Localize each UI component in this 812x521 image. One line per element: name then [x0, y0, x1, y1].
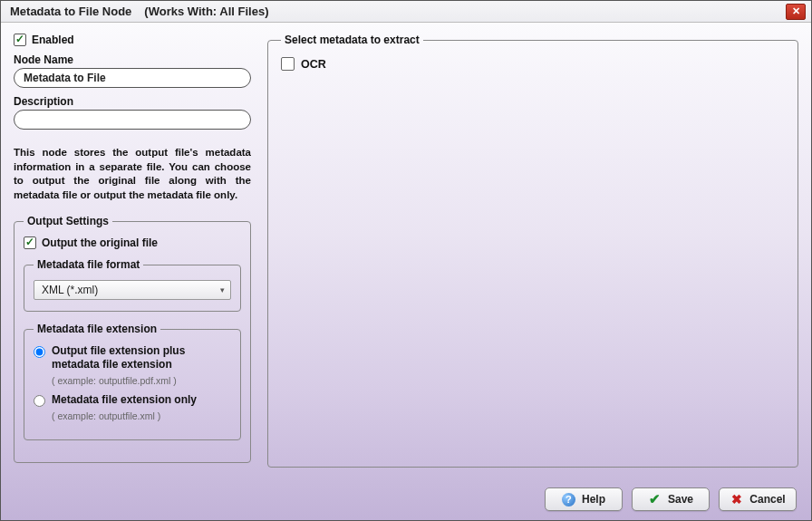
description-input[interactable]	[14, 110, 251, 130]
ext-example-2: ( example: outputfile.xml )	[52, 410, 231, 421]
ext-label-2: Metadata file extension only	[52, 393, 197, 407]
ocr-checkbox[interactable]	[281, 57, 295, 71]
help-button[interactable]: ? Help	[545, 487, 623, 511]
cancel-label: Cancel	[749, 493, 785, 506]
x-icon: ✖	[730, 493, 743, 507]
ext-option-2[interactable]: Metadata file extension only	[34, 393, 231, 407]
enabled-label: Enabled	[32, 34, 74, 46]
help-label: Help	[582, 493, 605, 506]
save-label: Save	[668, 493, 693, 506]
ext-radio-1[interactable]	[34, 346, 45, 358]
output-settings-legend: Output Settings	[24, 215, 112, 227]
output-original-row[interactable]: Output the original file	[24, 236, 241, 249]
ext-radio-2[interactable]	[34, 395, 45, 407]
node-name-input[interactable]	[14, 68, 251, 88]
node-name-label: Node Name	[14, 53, 251, 66]
metadata-format-group: Metadata file format XML (*.xml) ▾	[24, 258, 241, 312]
save-button[interactable]: ✔ Save	[632, 487, 710, 511]
dialog-footer: ? Help ✔ Save ✖ Cancel	[1, 484, 811, 520]
chevron-down-icon: ▾	[220, 285, 225, 294]
output-original-checkbox[interactable]	[24, 236, 36, 249]
metadata-format-value: XML (*.xml)	[42, 284, 220, 296]
metadata-extension-legend: Metadata file extension	[34, 323, 160, 335]
enabled-checkbox[interactable]	[14, 34, 26, 46]
description-field: Description	[14, 95, 251, 130]
help-icon: ?	[562, 493, 575, 507]
right-column: Select metadata to extract OCR	[267, 34, 798, 478]
metadata-format-select[interactable]: XML (*.xml) ▾	[34, 280, 231, 300]
metadata-format-legend: Metadata file format	[34, 258, 143, 271]
left-column: Enabled Node Name Description This node …	[14, 34, 251, 478]
dialog-window: Metadata to File Node (Works With: All F…	[0, 0, 812, 521]
enabled-checkbox-row[interactable]: Enabled	[14, 34, 251, 46]
cancel-button[interactable]: ✖ Cancel	[719, 487, 797, 511]
select-metadata-group: Select metadata to extract OCR	[267, 34, 798, 468]
title-sub: (Works With: All Files)	[144, 5, 268, 18]
metadata-extension-group: Metadata file extension Output file exte…	[24, 323, 241, 440]
description-label: Description	[14, 95, 251, 108]
check-icon: ✔	[648, 493, 662, 507]
meta-item-ocr[interactable]: OCR	[281, 57, 785, 71]
close-button[interactable]: ✕	[786, 4, 806, 20]
output-original-label: Output the original file	[42, 236, 158, 249]
info-text: This node stores the output file's metad…	[14, 146, 251, 202]
select-metadata-legend: Select metadata to extract	[281, 34, 423, 46]
node-name-field: Node Name	[14, 53, 251, 88]
titlebar: Metadata to File Node (Works With: All F…	[1, 1, 811, 23]
title-main: Metadata to File Node	[10, 5, 131, 18]
dialog-body: Enabled Node Name Description This node …	[1, 23, 811, 484]
close-icon: ✕	[792, 5, 800, 17]
output-settings-group: Output Settings Output the original file…	[14, 215, 251, 463]
ocr-label: OCR	[301, 58, 326, 71]
ext-label-1: Output file extension plus metadata file…	[52, 344, 231, 371]
ext-example-1: ( example: outputfile.pdf.xml )	[52, 375, 231, 386]
ext-option-1[interactable]: Output file extension plus metadata file…	[34, 344, 231, 371]
